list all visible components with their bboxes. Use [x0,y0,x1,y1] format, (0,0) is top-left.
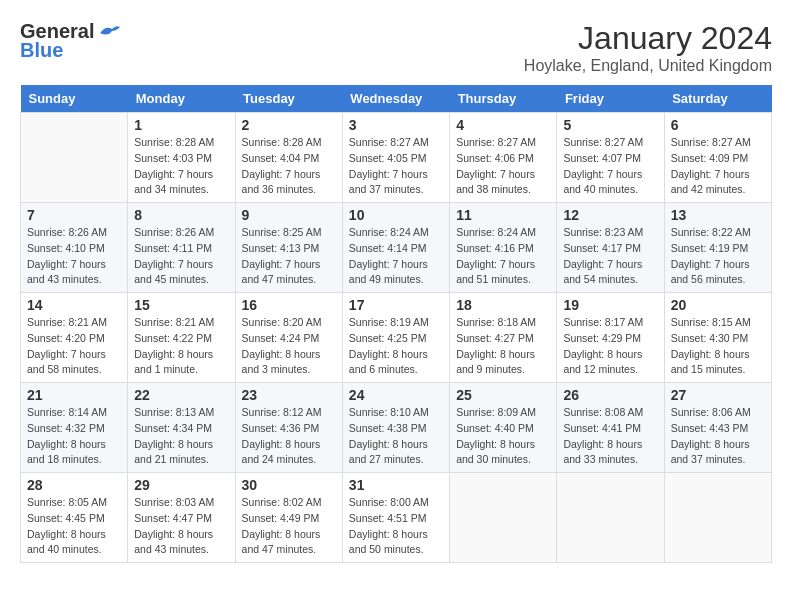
day-number: 3 [349,117,443,133]
day-number: 19 [563,297,657,313]
day-info: Sunrise: 8:10 AMSunset: 4:38 PMDaylight:… [349,405,443,468]
day-info: Sunrise: 8:26 AMSunset: 4:10 PMDaylight:… [27,225,121,288]
day-number: 15 [134,297,228,313]
calendar-cell [450,473,557,563]
day-number: 23 [242,387,336,403]
calendar-cell: 5Sunrise: 8:27 AMSunset: 4:07 PMDaylight… [557,113,664,203]
day-header-sunday: Sunday [21,85,128,113]
calendar-cell [664,473,771,563]
day-header-monday: Monday [128,85,235,113]
calendar-cell: 12Sunrise: 8:23 AMSunset: 4:17 PMDayligh… [557,203,664,293]
day-number: 21 [27,387,121,403]
day-info: Sunrise: 8:26 AMSunset: 4:11 PMDaylight:… [134,225,228,288]
day-number: 28 [27,477,121,493]
day-number: 4 [456,117,550,133]
calendar-cell: 3Sunrise: 8:27 AMSunset: 4:05 PMDaylight… [342,113,449,203]
day-number: 22 [134,387,228,403]
day-number: 11 [456,207,550,223]
calendar-cell: 30Sunrise: 8:02 AMSunset: 4:49 PMDayligh… [235,473,342,563]
calendar-cell: 27Sunrise: 8:06 AMSunset: 4:43 PMDayligh… [664,383,771,473]
week-row-5: 28Sunrise: 8:05 AMSunset: 4:45 PMDayligh… [21,473,772,563]
week-row-2: 7Sunrise: 8:26 AMSunset: 4:10 PMDaylight… [21,203,772,293]
day-number: 5 [563,117,657,133]
day-info: Sunrise: 8:28 AMSunset: 4:04 PMDaylight:… [242,135,336,198]
day-info: Sunrise: 8:05 AMSunset: 4:45 PMDaylight:… [27,495,121,558]
day-number: 12 [563,207,657,223]
calendar-cell: 17Sunrise: 8:19 AMSunset: 4:25 PMDayligh… [342,293,449,383]
calendar-cell [21,113,128,203]
calendar-cell: 8Sunrise: 8:26 AMSunset: 4:11 PMDaylight… [128,203,235,293]
calendar-cell: 20Sunrise: 8:15 AMSunset: 4:30 PMDayligh… [664,293,771,383]
day-info: Sunrise: 8:27 AMSunset: 4:07 PMDaylight:… [563,135,657,198]
calendar-table: SundayMondayTuesdayWednesdayThursdayFrid… [20,85,772,563]
day-number: 24 [349,387,443,403]
logo: General Blue [20,20,120,62]
location-title: Hoylake, England, United Kingdom [524,57,772,75]
day-info: Sunrise: 8:14 AMSunset: 4:32 PMDaylight:… [27,405,121,468]
week-row-1: 1Sunrise: 8:28 AMSunset: 4:03 PMDaylight… [21,113,772,203]
calendar-cell: 10Sunrise: 8:24 AMSunset: 4:14 PMDayligh… [342,203,449,293]
calendar-cell: 6Sunrise: 8:27 AMSunset: 4:09 PMDaylight… [664,113,771,203]
day-info: Sunrise: 8:13 AMSunset: 4:34 PMDaylight:… [134,405,228,468]
day-info: Sunrise: 8:08 AMSunset: 4:41 PMDaylight:… [563,405,657,468]
day-number: 27 [671,387,765,403]
day-info: Sunrise: 8:18 AMSunset: 4:27 PMDaylight:… [456,315,550,378]
calendar-cell [557,473,664,563]
title-section: January 2024 Hoylake, England, United Ki… [524,20,772,75]
day-info: Sunrise: 8:27 AMSunset: 4:06 PMDaylight:… [456,135,550,198]
calendar-cell: 22Sunrise: 8:13 AMSunset: 4:34 PMDayligh… [128,383,235,473]
day-number: 1 [134,117,228,133]
calendar-cell: 16Sunrise: 8:20 AMSunset: 4:24 PMDayligh… [235,293,342,383]
day-info: Sunrise: 8:21 AMSunset: 4:20 PMDaylight:… [27,315,121,378]
day-number: 18 [456,297,550,313]
calendar-cell: 31Sunrise: 8:00 AMSunset: 4:51 PMDayligh… [342,473,449,563]
day-number: 7 [27,207,121,223]
calendar-cell: 23Sunrise: 8:12 AMSunset: 4:36 PMDayligh… [235,383,342,473]
day-info: Sunrise: 8:24 AMSunset: 4:16 PMDaylight:… [456,225,550,288]
calendar-cell: 28Sunrise: 8:05 AMSunset: 4:45 PMDayligh… [21,473,128,563]
day-header-friday: Friday [557,85,664,113]
week-row-3: 14Sunrise: 8:21 AMSunset: 4:20 PMDayligh… [21,293,772,383]
day-info: Sunrise: 8:02 AMSunset: 4:49 PMDaylight:… [242,495,336,558]
day-info: Sunrise: 8:21 AMSunset: 4:22 PMDaylight:… [134,315,228,378]
day-info: Sunrise: 8:19 AMSunset: 4:25 PMDaylight:… [349,315,443,378]
calendar-cell: 14Sunrise: 8:21 AMSunset: 4:20 PMDayligh… [21,293,128,383]
day-info: Sunrise: 8:20 AMSunset: 4:24 PMDaylight:… [242,315,336,378]
day-number: 26 [563,387,657,403]
day-number: 20 [671,297,765,313]
day-number: 10 [349,207,443,223]
day-number: 16 [242,297,336,313]
day-info: Sunrise: 8:09 AMSunset: 4:40 PMDaylight:… [456,405,550,468]
day-number: 8 [134,207,228,223]
day-header-thursday: Thursday [450,85,557,113]
day-number: 29 [134,477,228,493]
day-header-saturday: Saturday [664,85,771,113]
calendar-cell: 29Sunrise: 8:03 AMSunset: 4:47 PMDayligh… [128,473,235,563]
day-info: Sunrise: 8:22 AMSunset: 4:19 PMDaylight:… [671,225,765,288]
day-number: 6 [671,117,765,133]
day-info: Sunrise: 8:15 AMSunset: 4:30 PMDaylight:… [671,315,765,378]
day-number: 14 [27,297,121,313]
page-header: General Blue January 2024 Hoylake, Engla… [20,20,772,75]
day-info: Sunrise: 8:12 AMSunset: 4:36 PMDaylight:… [242,405,336,468]
day-number: 9 [242,207,336,223]
day-info: Sunrise: 8:27 AMSunset: 4:09 PMDaylight:… [671,135,765,198]
calendar-cell: 25Sunrise: 8:09 AMSunset: 4:40 PMDayligh… [450,383,557,473]
logo-bird-icon [98,23,120,41]
day-info: Sunrise: 8:00 AMSunset: 4:51 PMDaylight:… [349,495,443,558]
day-number: 30 [242,477,336,493]
day-number: 2 [242,117,336,133]
day-info: Sunrise: 8:24 AMSunset: 4:14 PMDaylight:… [349,225,443,288]
day-info: Sunrise: 8:06 AMSunset: 4:43 PMDaylight:… [671,405,765,468]
calendar-cell: 19Sunrise: 8:17 AMSunset: 4:29 PMDayligh… [557,293,664,383]
calendar-cell: 21Sunrise: 8:14 AMSunset: 4:32 PMDayligh… [21,383,128,473]
month-title: January 2024 [524,20,772,57]
calendar-cell: 9Sunrise: 8:25 AMSunset: 4:13 PMDaylight… [235,203,342,293]
day-number: 17 [349,297,443,313]
calendar-cell: 13Sunrise: 8:22 AMSunset: 4:19 PMDayligh… [664,203,771,293]
day-info: Sunrise: 8:25 AMSunset: 4:13 PMDaylight:… [242,225,336,288]
calendar-cell: 24Sunrise: 8:10 AMSunset: 4:38 PMDayligh… [342,383,449,473]
day-header-wednesday: Wednesday [342,85,449,113]
day-number: 31 [349,477,443,493]
day-info: Sunrise: 8:23 AMSunset: 4:17 PMDaylight:… [563,225,657,288]
